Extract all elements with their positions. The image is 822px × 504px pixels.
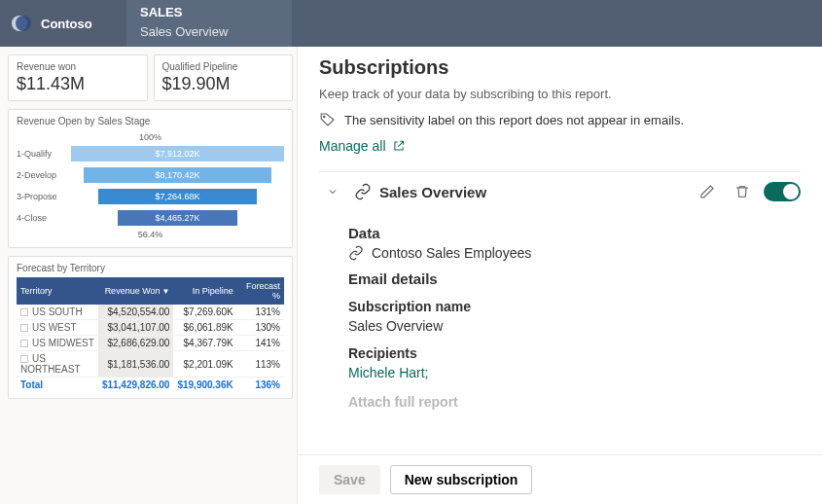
subscriptions-panel: Subscriptions Keep track of your data by… <box>297 47 822 504</box>
funnel-row: 2-Develop $8,170.42K <box>17 165 284 185</box>
row-expand-icon[interactable] <box>20 355 28 363</box>
manage-all-link[interactable]: Manage all <box>319 138 406 154</box>
subscription-name-label: Subscription name <box>348 299 801 314</box>
tag-icon <box>319 111 337 128</box>
col-forecast-pct[interactable]: Forecast % <box>237 277 284 305</box>
email-section-header: Email details <box>348 270 801 287</box>
svg-point-1 <box>16 16 31 31</box>
cell: $19,900.36K <box>173 378 236 393</box>
brand[interactable]: Contoso <box>0 0 126 47</box>
sensitivity-notice: The sensitivity label on this report doe… <box>319 111 801 128</box>
table-row[interactable]: US WEST$3,041,107.00$6,061.89K130% <box>17 320 284 336</box>
col-in-pipeline[interactable]: In Pipeline <box>173 277 236 305</box>
cell: $2,686,629.00 <box>98 336 174 351</box>
funnel-bar: $4,465.27K <box>118 210 237 226</box>
kpi-label: Qualified Pipeline <box>162 61 285 72</box>
funnel-row-label: 1-Qualify <box>17 149 71 159</box>
funnel-top-pct: 100% <box>17 132 284 142</box>
enable-toggle[interactable] <box>764 182 801 201</box>
cell: US SOUTH <box>32 306 83 317</box>
edit-button[interactable] <box>694 178 721 205</box>
cell: $7,269.60K <box>173 305 236 320</box>
funnel-row: 4-Close $4,465.27K <box>17 208 284 228</box>
link-label: Manage all <box>319 138 386 154</box>
funnel-row: 3-Propose $7,264.68K <box>17 187 284 206</box>
row-expand-icon[interactable] <box>20 308 28 316</box>
table-row[interactable]: US SOUTH$4,520,554.00$7,269.60K131% <box>17 305 284 320</box>
cell: 113% <box>237 351 284 378</box>
funnel-row: 1-Qualify $7,912.02K <box>17 144 284 163</box>
table-row[interactable]: US NORTHEAST$1,181,536.00$2,201.09K113% <box>17 351 284 378</box>
funnel-bar: $7,912.02K <box>71 146 284 162</box>
kpi-label: Revenue won <box>17 61 139 72</box>
funnel-row-label: 3-Propose <box>17 192 71 201</box>
link-icon <box>348 245 364 261</box>
col-territory[interactable]: Territory <box>17 277 98 305</box>
data-binding-value: Contoso Sales Employees <box>372 245 531 261</box>
forecast-table: Territory Revenue Won▼ In Pipeline Forec… <box>17 277 284 392</box>
col-revenue-won[interactable]: Revenue Won▼ <box>98 277 174 305</box>
row-expand-icon[interactable] <box>20 324 28 332</box>
cell: US NORTHEAST <box>20 353 81 375</box>
cell: $4,520,554.00 <box>98 305 174 320</box>
kpi-value: $19.90M <box>162 74 285 94</box>
funnel-bottom-pct: 56.4% <box>17 230 284 239</box>
recipients-label: Recipients <box>348 345 801 361</box>
collapse-toggle[interactable] <box>319 178 346 205</box>
brand-name: Contoso <box>41 17 92 31</box>
subscription-name-value: Sales Overview <box>348 318 801 334</box>
subscription-name: Sales Overview <box>379 184 686 200</box>
chart-revenue-by-stage[interactable]: Revenue Open by Sales Stage 100% 1-Quali… <box>8 109 293 248</box>
cell: $6,061.89K <box>173 320 236 336</box>
open-external-icon <box>392 139 406 153</box>
row-expand-icon[interactable] <box>20 340 28 347</box>
delete-button[interactable] <box>729 178 756 205</box>
cell: $3,041,107.00 <box>98 320 174 336</box>
table-forecast-territory[interactable]: Forecast by Territory Territory Revenue … <box>8 256 293 399</box>
kpi-qualified-pipeline[interactable]: Qualified Pipeline $19.90M <box>154 54 294 101</box>
funnel-row-label: 4-Close <box>17 213 71 223</box>
svg-point-2 <box>324 116 326 118</box>
subscription-header: Sales Overview <box>319 171 801 211</box>
app-logo-icon <box>10 12 33 35</box>
chart-title: Revenue Open by Sales Stage <box>17 116 284 126</box>
kpi-revenue-won[interactable]: Revenue won $11.43M <box>8 54 148 101</box>
cell: $1,181,536.00 <box>98 351 174 378</box>
cell: 136% <box>237 378 284 393</box>
report-canvas: Revenue won $11.43M Qualified Pipeline $… <box>0 47 297 504</box>
data-section-header: Data <box>348 225 801 241</box>
cell: 131% <box>237 305 284 320</box>
nav-section: SALES <box>140 4 278 21</box>
kpi-value: $11.43M <box>17 74 139 94</box>
col-label: Revenue Won <box>105 286 161 296</box>
cell: $4,367.79K <box>173 336 236 351</box>
panel-title: Subscriptions <box>319 56 801 79</box>
cell: US WEST <box>32 322 77 333</box>
panel-footer: Save New subscription <box>298 454 822 504</box>
data-binding-row: Contoso Sales Employees <box>348 245 801 261</box>
nav-page: Sales Overview <box>140 21 278 41</box>
funnel-bar: $8,170.42K <box>84 167 271 183</box>
panel-description: Keep track of your data by subscribing t… <box>319 87 801 101</box>
funnel-chart: 100% 1-Qualify $7,912.02K 2-Develop $8,1… <box>17 130 284 241</box>
cell: Total <box>17 378 98 393</box>
new-subscription-button[interactable]: New subscription <box>390 465 533 494</box>
attach-full-report-label: Attach full report <box>348 394 801 410</box>
table-title: Forecast by Territory <box>17 263 284 273</box>
save-button: Save <box>319 465 380 494</box>
table-row[interactable]: US MIDWEST$2,686,629.00$4,367.79K141% <box>17 336 284 351</box>
recipients-value: Michele Hart; <box>348 365 801 380</box>
cell: 130% <box>237 320 284 336</box>
nav-breadcrumb[interactable]: SALES Sales Overview <box>126 0 292 47</box>
funnel-bar: $7,264.68K <box>98 189 256 204</box>
subscription-details: Data Contoso Sales Employees Email detai… <box>319 211 801 410</box>
sort-desc-icon: ▼ <box>162 287 170 296</box>
table-total-row: Total$11,429,826.00$19,900.36K136% <box>17 378 284 393</box>
pencil-icon <box>699 184 715 199</box>
chevron-down-icon <box>327 186 339 198</box>
cell: $2,201.09K <box>173 351 236 378</box>
funnel-row-label: 2-Develop <box>17 170 71 180</box>
trash-icon <box>734 184 750 199</box>
cell: US MIDWEST <box>32 338 94 348</box>
cell: 141% <box>237 336 284 351</box>
